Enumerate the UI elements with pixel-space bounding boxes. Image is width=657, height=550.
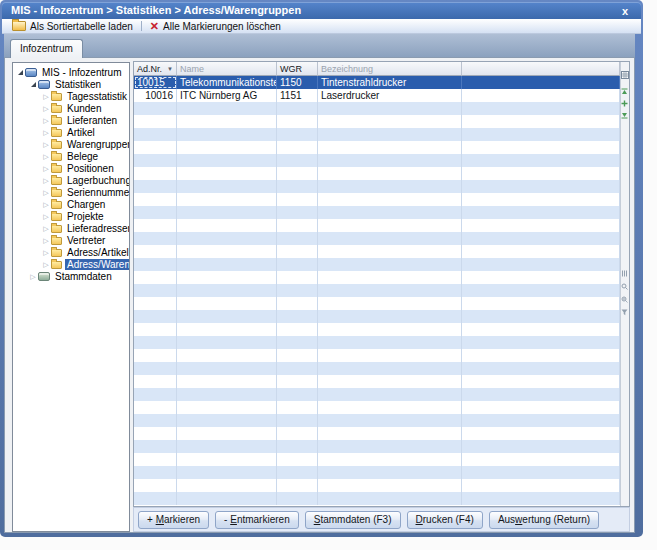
empty-row (134, 180, 620, 193)
empty-cell (462, 102, 620, 115)
empty-cell (318, 193, 462, 206)
drucken-button[interactable]: Drucken (F4) (407, 511, 483, 529)
collapsed-arrow-icon[interactable]: ▷ (41, 93, 51, 100)
close-button[interactable]: x (622, 5, 628, 18)
tree-item-lieferanten[interactable]: ▷Lieferanten (13, 114, 129, 126)
tree-item-kunden[interactable]: ▷Kunden (13, 102, 129, 114)
stammdaten-button[interactable]: Stammdaten (F3) (305, 511, 401, 529)
tree-item-adress-artikel[interactable]: ▷Adress/Artikel (13, 246, 129, 258)
tree-item-seriennummern[interactable]: ▷Seriennummern (13, 186, 129, 198)
column-header-ad-nr[interactable]: Ad.Nr.▼ (134, 62, 177, 76)
tree-item-label: Kunden (65, 103, 103, 114)
empty-cell (177, 466, 277, 479)
empty-cell (134, 271, 177, 284)
empty-cell (462, 336, 620, 349)
collapsed-arrow-icon[interactable]: ▷ (41, 129, 51, 136)
tree-item-warengruppen[interactable]: ▷Warengruppen (13, 138, 129, 150)
tree-item-stammdaten[interactable]: ▷Stammdaten (13, 270, 129, 282)
search-icon[interactable] (621, 276, 629, 284)
tree-item-adress-warengruppen[interactable]: ▷Adress/Warengruppen (13, 258, 129, 270)
table-cell[interactable]: Laserdrucker (318, 89, 462, 102)
insert-icon[interactable] (621, 93, 629, 101)
collapsed-arrow-icon[interactable]: ▷ (41, 189, 51, 196)
grid: Ad.Nr.▼NameWGRBezeichnung 10015Telekommu… (133, 61, 630, 507)
database-icon (38, 272, 50, 281)
empty-cell (177, 453, 277, 466)
button-label-post: ntmarkieren (237, 514, 290, 525)
column-header-empty[interactable] (462, 62, 620, 76)
tree-item-label: MIS - Infozentrum (40, 67, 123, 78)
table-cell[interactable]: 10015 (134, 76, 177, 89)
collapsed-arrow-icon[interactable]: ▷ (41, 105, 51, 112)
empty-cell (318, 427, 462, 440)
tree-item-lagerbuchungen[interactable]: ▷Lagerbuchungen (13, 174, 129, 186)
empty-cell (177, 401, 277, 414)
expanded-arrow-icon[interactable] (28, 82, 38, 87)
empty-cell (318, 141, 462, 154)
auswertung-button[interactable]: Auswertung (Return) (489, 511, 599, 529)
empty-cell (318, 336, 462, 349)
collapsed-arrow-icon[interactable]: ▷ (41, 201, 51, 208)
tree-item-artikel[interactable]: ▷Artikel (13, 126, 129, 138)
x-icon: ✕ (150, 21, 159, 32)
expanded-arrow-icon[interactable] (15, 70, 25, 75)
table-cell[interactable]: 10016 (134, 89, 177, 102)
collapsed-arrow-icon[interactable]: ▷ (41, 165, 51, 172)
empty-cell (177, 362, 277, 375)
collapsed-arrow-icon[interactable]: ▷ (41, 225, 51, 232)
collapsed-arrow-icon[interactable]: ▷ (41, 141, 51, 148)
column-header-wgr[interactable]: WGR (277, 62, 318, 76)
empty-cell (277, 154, 318, 167)
empty-row (134, 219, 620, 232)
collapsed-arrow-icon[interactable]: ▷ (41, 153, 51, 160)
empty-row (134, 414, 620, 427)
collapsed-arrow-icon[interactable]: ▷ (41, 177, 51, 184)
column-header-bezeichnung[interactable]: Bezeichnung (318, 62, 462, 76)
empty-cell (177, 375, 277, 388)
go-top-icon[interactable] (621, 81, 629, 89)
table-row[interactable]: 10016ITC Nürnberg AG1151Laserdrucker (134, 89, 620, 102)
collapsed-arrow-icon[interactable]: ▷ (41, 213, 51, 220)
collapsed-arrow-icon[interactable]: ▷ (41, 261, 51, 268)
column-header-name[interactable]: Name (177, 62, 277, 76)
columns-icon[interactable] (621, 263, 629, 271)
empty-row (134, 466, 620, 479)
tab-infozentrum[interactable]: Infozentrum (10, 39, 83, 58)
empty-row (134, 102, 620, 115)
zoom-icon[interactable] (621, 289, 629, 297)
empty-cell (462, 492, 620, 505)
empty-cell (277, 245, 318, 258)
als-sortiertabelle-laden-button[interactable]: Als Sortiertabelle laden (7, 20, 138, 33)
table-cell[interactable] (462, 76, 620, 89)
column-chooser-icon[interactable] (621, 65, 629, 73)
table-cell[interactable] (462, 89, 620, 102)
folder-icon (51, 189, 62, 197)
collapsed-arrow-icon[interactable]: ▷ (41, 237, 51, 244)
tree-item-chargen[interactable]: ▷Chargen (13, 198, 129, 210)
collapsed-arrow-icon[interactable]: ▷ (28, 273, 38, 280)
go-bottom-icon[interactable] (621, 105, 629, 113)
table-cell[interactable]: Tintenstrahldrucker (318, 76, 462, 89)
collapsed-arrow-icon[interactable]: ▷ (41, 117, 51, 124)
filter-icon[interactable] (621, 302, 629, 310)
empty-row (134, 128, 620, 141)
empty-cell (277, 388, 318, 401)
tree-item-projekte[interactable]: ▷Projekte (13, 210, 129, 222)
table-cell[interactable]: 1150 (277, 76, 318, 89)
alle-markierungen-loeschen-button[interactable]: ✕Alle Markierungen löschen (145, 20, 286, 33)
folder-icon (51, 153, 62, 161)
tree-item-tagesstatistik[interactable]: ▷Tagesstatistik (13, 90, 129, 102)
tree-item-lieferadressen[interactable]: ▷Lieferadressen (13, 222, 129, 234)
tree-item-positionen[interactable]: ▷Positionen (13, 162, 129, 174)
entmarkieren-button[interactable]: - Entmarkieren (215, 511, 299, 529)
table-row[interactable]: 10015Telekommunikationste1150Tintenstrah… (134, 76, 620, 89)
markieren-button[interactable]: + Markieren (138, 511, 209, 529)
collapsed-arrow-icon[interactable]: ▷ (41, 249, 51, 256)
tree-item-belege[interactable]: ▷Belege (13, 150, 129, 162)
tree-item-vertreter[interactable]: ▷Vertreter (13, 234, 129, 246)
table-cell[interactable]: Telekommunikationste (177, 76, 277, 89)
table-cell[interactable]: 1151 (277, 89, 318, 102)
tree-item-mis-infozentrum[interactable]: MIS - Infozentrum (13, 66, 129, 78)
tree-item-statistiken[interactable]: Statistiken (13, 78, 129, 90)
table-cell[interactable]: ITC Nürnberg AG (177, 89, 277, 102)
